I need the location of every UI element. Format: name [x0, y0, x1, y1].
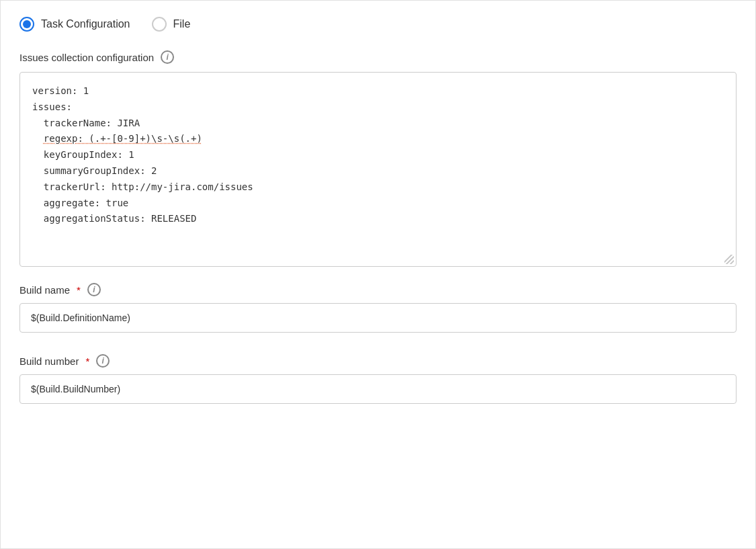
issues-section-label: Issues collection configuration i: [19, 50, 737, 64]
build-number-info-icon[interactable]: i: [96, 354, 110, 368]
build-number-group: Build number * i: [19, 354, 737, 420]
build-name-label-row: Build name * i: [19, 283, 737, 296]
build-number-label: Build number: [19, 355, 79, 367]
build-name-input[interactable]: [19, 303, 737, 333]
regexp-line: regexp: (.+-[0-9]+)\s-\s(.+): [44, 133, 202, 144]
file-radio-button[interactable]: [152, 17, 167, 32]
issues-config-info-icon[interactable]: i: [161, 50, 174, 64]
file-radio-option[interactable]: File: [152, 17, 191, 32]
issues-config-textarea[interactable]: version: 1 issues: trackerName: JIRA reg…: [19, 72, 737, 267]
build-name-required: *: [77, 284, 81, 296]
build-name-info-icon[interactable]: i: [87, 283, 101, 296]
file-radio-label: File: [173, 18, 191, 30]
radio-row: Task Configuration File: [19, 17, 737, 32]
task-config-radio-label: Task Configuration: [41, 18, 130, 30]
build-name-group: Build name * i: [19, 283, 737, 349]
build-number-label-row: Build number * i: [19, 354, 737, 368]
build-number-required: *: [85, 355, 89, 367]
resize-handle[interactable]: [724, 255, 734, 264]
main-container: Task Configuration File Issues collectio…: [0, 0, 756, 549]
task-config-radio-option[interactable]: Task Configuration: [19, 17, 130, 32]
build-number-input[interactable]: [19, 374, 737, 404]
build-name-label: Build name: [19, 284, 70, 296]
task-config-radio-button[interactable]: [19, 17, 34, 32]
issues-config-title: Issues collection configuration: [19, 52, 154, 63]
